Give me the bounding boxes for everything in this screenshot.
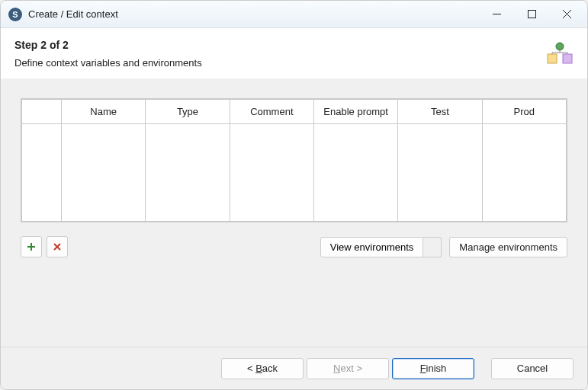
table-cell[interactable] xyxy=(62,124,146,222)
wizard-footer: < Back Next > Finish Cancel xyxy=(1,347,587,389)
titlebar: S Create / Edit context xyxy=(1,1,587,28)
x-icon xyxy=(53,242,62,251)
table-header[interactable] xyxy=(22,100,62,124)
view-environments-dropdown[interactable] xyxy=(423,237,442,257)
app-icon: S xyxy=(8,8,22,21)
view-environments-label: View environments xyxy=(320,237,424,257)
table-header[interactable]: Name xyxy=(62,100,146,124)
table-cell[interactable] xyxy=(230,124,313,222)
table-header[interactable]: Test xyxy=(398,100,482,124)
table-header[interactable]: Prod xyxy=(482,100,566,124)
add-button[interactable] xyxy=(21,236,42,257)
table-header[interactable]: Enable prompt xyxy=(313,100,397,124)
table-header[interactable]: Type xyxy=(146,100,230,124)
svg-rect-6 xyxy=(563,54,572,63)
context-icon xyxy=(546,42,574,69)
close-button[interactable] xyxy=(549,1,584,27)
context-variables-table: Name Type Comment Enable prompt Test Pro… xyxy=(21,98,567,222)
plus-icon xyxy=(27,242,36,251)
manage-environments-button[interactable]: Manage environments xyxy=(449,237,567,257)
svg-rect-5 xyxy=(548,54,557,63)
step-description: Define context variables and environment… xyxy=(14,57,574,69)
wizard-body: Name Type Comment Enable prompt Test Pro… xyxy=(1,78,587,347)
next-button: Next > xyxy=(307,358,389,379)
minimize-button[interactable] xyxy=(479,1,514,27)
back-button[interactable]: < Back xyxy=(221,358,304,379)
table-header[interactable]: Comment xyxy=(230,100,313,124)
table-cell[interactable] xyxy=(313,124,397,222)
table-cell[interactable] xyxy=(22,124,62,222)
svg-rect-1 xyxy=(528,11,535,18)
window-title: Create / Edit context xyxy=(28,8,118,20)
table-cell[interactable] xyxy=(398,124,482,222)
svg-point-4 xyxy=(556,43,564,50)
cancel-button[interactable]: Cancel xyxy=(491,358,574,379)
table-header-row: Name Type Comment Enable prompt Test Pro… xyxy=(22,100,567,124)
window-controls xyxy=(479,1,584,27)
remove-button[interactable] xyxy=(47,236,68,257)
wizard-header: Step 2 of 2 Define context variables and… xyxy=(1,28,587,82)
table-cell[interactable] xyxy=(146,124,230,222)
table-toolbar: View environments Manage environments xyxy=(21,236,567,257)
table-row xyxy=(22,124,567,222)
table-cell[interactable] xyxy=(482,124,566,222)
view-environments-button[interactable]: View environments xyxy=(320,237,442,257)
maximize-button[interactable] xyxy=(514,1,549,27)
finish-button[interactable]: Finish xyxy=(392,358,474,379)
step-title: Step 2 of 2 xyxy=(14,39,574,51)
